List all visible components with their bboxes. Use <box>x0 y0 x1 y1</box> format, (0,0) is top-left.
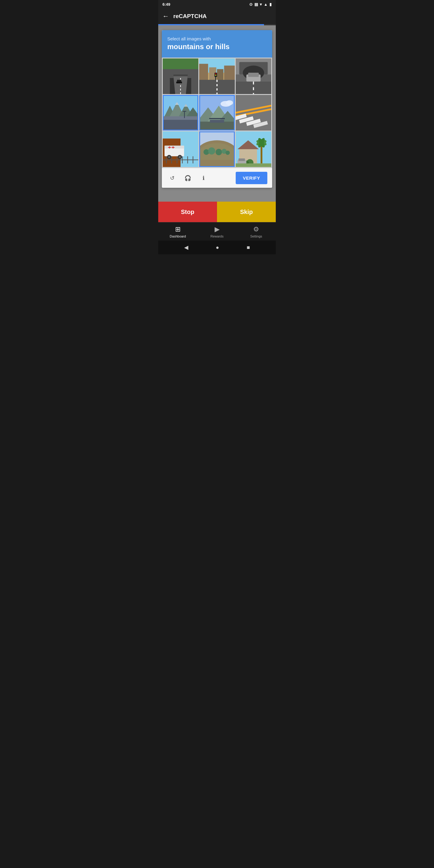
nav-bar: ← reCAPTCHA <box>158 8 276 24</box>
info-button[interactable]: ℹ <box>198 173 209 184</box>
grid-cell-9[interactable] <box>236 131 271 167</box>
verify-button[interactable]: VERIFY <box>236 172 267 184</box>
svg-point-44 <box>226 100 233 105</box>
signal-icon: ▲ <box>264 2 268 7</box>
svg-rect-38 <box>183 111 186 112</box>
dashboard-icon: ⊞ <box>175 225 181 233</box>
status-time: 6:49 <box>162 2 170 7</box>
svg-rect-25 <box>248 73 258 77</box>
svg-rect-35 <box>163 118 198 130</box>
svg-rect-96 <box>239 158 245 161</box>
nav-item-dashboard[interactable]: ⊞ Dashboard <box>158 225 197 238</box>
svg-rect-46 <box>210 120 224 123</box>
dashboard-label: Dashboard <box>170 235 186 238</box>
rewards-icon: ▶ <box>215 225 220 233</box>
svg-rect-63 <box>173 147 173 149</box>
grid-cell-6[interactable] <box>236 95 271 130</box>
svg-rect-97 <box>236 163 271 167</box>
svg-point-65 <box>168 156 170 158</box>
status-icons: ⊙ ▤ ▾ ▲ ▮ <box>249 2 272 7</box>
system-recent-button[interactable]: ■ <box>247 244 250 251</box>
image-grid <box>162 58 272 168</box>
rewards-label: Rewards <box>210 235 223 238</box>
battery-icon: ▮ <box>270 2 272 7</box>
grid-cell-8[interactable] <box>199 131 235 167</box>
svg-point-16 <box>215 73 216 74</box>
svg-rect-7 <box>176 82 182 84</box>
svg-rect-45 <box>199 122 235 131</box>
stop-button[interactable]: Stop <box>158 202 217 222</box>
grid-cell-5[interactable] <box>199 95 235 130</box>
skip-button[interactable]: Skip <box>217 202 276 222</box>
nav-item-rewards[interactable]: ▶ Rewards <box>197 225 237 238</box>
back-button[interactable]: ← <box>162 12 169 20</box>
refresh-button[interactable]: ↺ <box>167 173 178 184</box>
settings-label: Settings <box>250 235 262 238</box>
system-back-button[interactable]: ◀ <box>184 244 188 251</box>
wifi-icon: ▾ <box>260 2 262 7</box>
bottom-nav: ⊞ Dashboard ▶ Rewards ⚙ Settings <box>158 222 276 241</box>
svg-rect-36 <box>163 116 198 120</box>
svg-point-67 <box>179 156 181 158</box>
page-title: reCAPTCHA <box>173 13 207 20</box>
footer-icons: ↺ 🎧 ℹ <box>167 173 209 184</box>
nav-item-settings[interactable]: ⚙ Settings <box>237 225 276 238</box>
svg-rect-84 <box>199 160 235 167</box>
svg-rect-47 <box>209 118 225 119</box>
svg-rect-37 <box>184 111 185 118</box>
grid-cell-3[interactable] <box>236 59 271 94</box>
svg-rect-18 <box>199 80 235 94</box>
svg-point-17 <box>215 75 216 76</box>
svg-point-83 <box>225 151 230 155</box>
svg-point-81 <box>216 149 222 155</box>
pocket-casts-icon: ⊙ <box>249 2 253 7</box>
system-nav: ◀ ● ■ <box>158 241 276 254</box>
status-bar: 6:49 ⊙ ▤ ▾ ▲ ▮ <box>158 0 276 8</box>
svg-rect-61 <box>169 147 170 149</box>
svg-point-80 <box>208 147 216 155</box>
captcha-instruction-sub: Select all images with <box>167 36 267 41</box>
settings-icon: ⚙ <box>253 225 259 233</box>
captcha-footer: ↺ 🎧 ℹ VERIFY <box>162 168 272 188</box>
grid-cell-4[interactable] <box>163 95 198 130</box>
recaptcha-card: Select all images with mountains or hill… <box>162 30 272 188</box>
grid-cell-1[interactable] <box>163 59 198 94</box>
grid-cell-7[interactable] <box>163 131 198 167</box>
captcha-header: Select all images with mountains or hill… <box>162 30 272 58</box>
captcha-instruction-main: mountains or hills <box>167 42 267 51</box>
system-home-button[interactable]: ● <box>216 244 219 251</box>
notification-icon: ▤ <box>254 2 258 7</box>
grid-cell-2[interactable] <box>199 59 235 94</box>
audio-button[interactable]: 🎧 <box>182 173 193 184</box>
main-content: Select all images with mountains or hill… <box>158 25 276 202</box>
action-buttons: Stop Skip <box>158 202 276 222</box>
